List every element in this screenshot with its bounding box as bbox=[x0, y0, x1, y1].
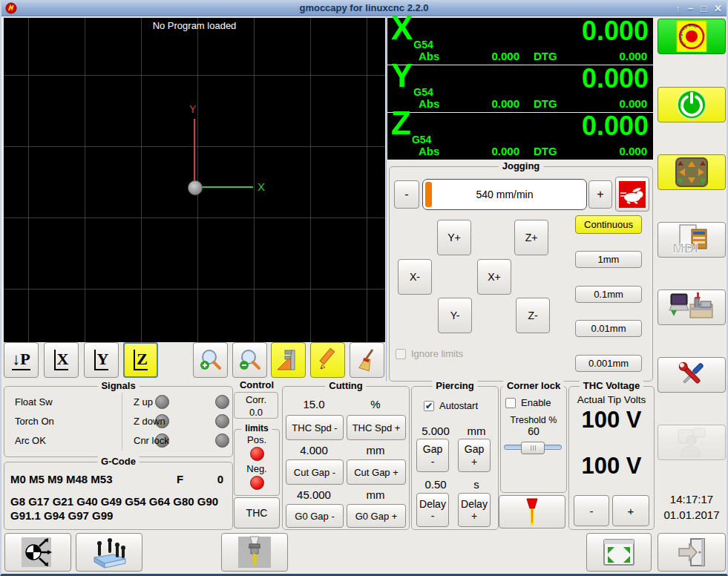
slider-handle[interactable] bbox=[521, 442, 545, 454]
corner-lock-frame: Corner lock Enable Treshold % 60 bbox=[500, 386, 567, 493]
touch-plate-button[interactable] bbox=[76, 533, 142, 572]
piercing-title: Piercing bbox=[432, 380, 477, 391]
jog-speed-slider[interactable]: 540 mm/min bbox=[422, 179, 587, 210]
jog-z-minus-button[interactable]: Z- bbox=[516, 298, 550, 333]
cutting-title: Cutting bbox=[325, 380, 366, 391]
voltage-plus-button[interactable]: + bbox=[612, 495, 649, 526]
actual-tip-volts-label: Actual Tip Volts bbox=[569, 394, 654, 405]
signals-divider bbox=[122, 393, 122, 451]
dro-axis-z[interactable]: ZG54 0.000 Abs 0.000 DTG 0.000 bbox=[387, 113, 653, 160]
dtg-value: 0.000 bbox=[619, 145, 647, 157]
thc-speed-unit: % bbox=[353, 398, 398, 410]
tool-change-button[interactable] bbox=[221, 533, 288, 572]
increment-001mm-button[interactable]: 0.01mm bbox=[575, 320, 642, 337]
pierce-delay-plus-button[interactable]: Delay+ bbox=[458, 493, 491, 527]
increment-1mm-button[interactable]: 1mm bbox=[575, 251, 642, 268]
view-x-button[interactable]: X bbox=[44, 342, 79, 378]
app-icon bbox=[5, 2, 17, 14]
thc-speed-plus-button[interactable]: THC Spd + bbox=[347, 415, 406, 440]
view-p-button[interactable]: ↓P bbox=[4, 342, 39, 378]
minimize-button[interactable]: − bbox=[688, 3, 694, 14]
g0-gap-unit: mm bbox=[353, 488, 398, 501]
torch-icon bbox=[517, 497, 547, 527]
thc-speed-value: 15.0 bbox=[284, 398, 344, 410]
pierce-delay-unit: s bbox=[461, 478, 492, 491]
g0-gap-value: 45.000 bbox=[284, 488, 344, 501]
g0-gap-minus-button[interactable]: G0 Gap - bbox=[286, 504, 344, 528]
axis-letter: Y bbox=[391, 57, 413, 94]
axis-value: 0.000 bbox=[582, 65, 649, 92]
z-down-led bbox=[215, 414, 229, 428]
toggle-dtg-button[interactable] bbox=[310, 342, 345, 378]
view-z-button[interactable]: Z bbox=[123, 342, 158, 378]
autostart-checkbox[interactable]: ✔ Autostart bbox=[424, 400, 478, 411]
mdi-mode-button[interactable]: MDI bbox=[658, 222, 726, 258]
shade-button[interactable]: ↑ bbox=[675, 3, 681, 14]
jog-speed-decrease-button[interactable]: - bbox=[394, 180, 419, 209]
thc-button[interactable]: THC bbox=[234, 497, 280, 528]
view-y-button[interactable]: Y bbox=[84, 342, 119, 378]
increment-01mm-button[interactable]: 0.1mm bbox=[575, 286, 642, 303]
pierce-gap-plus-button[interactable]: Gap+ bbox=[458, 439, 491, 472]
jog-y-minus-button[interactable]: Y- bbox=[438, 298, 472, 333]
checkbox-box[interactable] bbox=[505, 398, 516, 408]
view-x-icon: X bbox=[54, 350, 69, 370]
clear-plot-button[interactable] bbox=[350, 342, 384, 378]
mdi-text: MDI bbox=[672, 240, 698, 256]
active-mcodes: M0 M5 M9 M48 M53 bbox=[10, 473, 113, 485]
float-switch-led bbox=[155, 395, 169, 409]
enable-checkbox[interactable]: Enable bbox=[505, 397, 551, 408]
dtg-label: DTG bbox=[534, 97, 557, 110]
jog-z-plus-button[interactable]: Z+ bbox=[514, 220, 548, 255]
estop-button[interactable]: Emergency-Stop bbox=[658, 19, 726, 54]
threshold-slider[interactable] bbox=[504, 445, 562, 450]
mdi-icon: MDI bbox=[669, 223, 714, 256]
cut-gap-value: 4.000 bbox=[284, 444, 344, 456]
signal-label: Arc OK bbox=[15, 435, 46, 446]
close-button[interactable]: ✕ bbox=[714, 3, 722, 14]
auto-mode-button[interactable] bbox=[658, 289, 726, 325]
checkbox-box[interactable]: ✔ bbox=[424, 401, 434, 411]
checkbox-box[interactable] bbox=[396, 349, 406, 359]
jog-y-plus-button[interactable]: Y+ bbox=[437, 220, 471, 255]
turbo-jog-button[interactable] bbox=[615, 177, 649, 212]
thc-speed-minus-button[interactable]: THC Spd - bbox=[286, 415, 344, 440]
increment-continuous-button[interactable]: Continuous bbox=[575, 215, 642, 234]
ignore-limits-checkbox[interactable]: Ignore limits bbox=[396, 348, 463, 359]
window-title: gmoccapy for linuxcnc 2.2.0 bbox=[1, 2, 727, 13]
manual-mode-button[interactable] bbox=[658, 154, 726, 190]
coord-system: G54 bbox=[413, 39, 433, 50]
jog-speed-increase-button[interactable]: + bbox=[588, 180, 612, 209]
fullscreen-button[interactable] bbox=[586, 533, 652, 572]
g0-gap-plus-button[interactable]: G0 Gap + bbox=[347, 504, 406, 528]
gremlin-preview[interactable]: No Program loaded Y X bbox=[4, 18, 385, 342]
maximize-button[interactable]: □ bbox=[701, 3, 706, 14]
cut-gap-plus-button[interactable]: Cut Gap + bbox=[347, 459, 406, 485]
signals-title: Signals bbox=[97, 380, 139, 391]
ignore-limits-label: Ignore limits bbox=[411, 348, 463, 359]
pierce-gap-minus-button[interactable]: Gap- bbox=[416, 439, 449, 472]
zoom-out-button[interactable] bbox=[232, 342, 267, 378]
corner-lock-title: Corner lock bbox=[503, 380, 564, 391]
dro-axis-x[interactable]: XG54 0.000 Abs 0.000 DTG 0.000 bbox=[387, 18, 653, 65]
dro-axis-y[interactable]: YG54 0.000 Abs 0.000 DTG 0.000 bbox=[387, 65, 653, 112]
jog-x-plus-button[interactable]: X+ bbox=[477, 259, 511, 295]
torch-button[interactable] bbox=[499, 495, 565, 528]
jog-x-minus-button[interactable]: X- bbox=[398, 259, 432, 295]
exit-button[interactable] bbox=[658, 533, 726, 572]
title-bar[interactable]: gmoccapy for linuxcnc 2.2.0 ↑ − □ ✕ bbox=[1, 0, 727, 16]
pane-separator[interactable] bbox=[386, 16, 387, 382]
z-up-led bbox=[215, 395, 229, 409]
user-icon bbox=[671, 427, 712, 458]
pierce-delay-minus-button[interactable]: Delay- bbox=[416, 493, 449, 527]
toggle-dimensions-button[interactable] bbox=[271, 342, 306, 378]
increment-0001mm-button[interactable]: 0.001mm bbox=[575, 355, 642, 372]
settings-button[interactable] bbox=[658, 357, 726, 393]
machine-on-button[interactable] bbox=[658, 87, 726, 122]
zoom-in-button[interactable] bbox=[193, 342, 228, 378]
cut-gap-minus-button[interactable]: Cut Gap - bbox=[286, 459, 344, 485]
threshold-label: Treshold % bbox=[501, 415, 566, 425]
touch-off-button[interactable] bbox=[4, 533, 71, 572]
voltage-minus-button[interactable]: - bbox=[574, 495, 609, 526]
abs-label: Abs bbox=[419, 145, 439, 157]
